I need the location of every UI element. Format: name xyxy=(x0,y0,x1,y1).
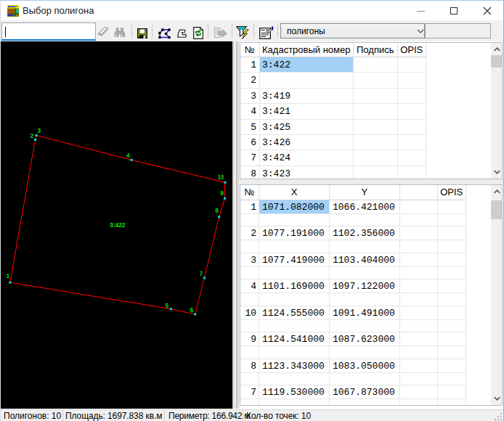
svg-text:4: 4 xyxy=(126,152,130,159)
svg-text:6: 6 xyxy=(190,306,194,314)
svg-text:8: 8 xyxy=(215,207,219,214)
svg-text:3:422: 3:422 xyxy=(110,221,126,229)
svg-text:3: 3 xyxy=(37,127,41,134)
svg-text:1: 1 xyxy=(7,272,10,279)
svg-text:2: 2 xyxy=(31,132,34,139)
svg-text:5: 5 xyxy=(166,302,169,309)
svg-text:9: 9 xyxy=(220,189,224,197)
svg-text:7: 7 xyxy=(199,270,203,277)
svg-text:10: 10 xyxy=(218,173,224,181)
